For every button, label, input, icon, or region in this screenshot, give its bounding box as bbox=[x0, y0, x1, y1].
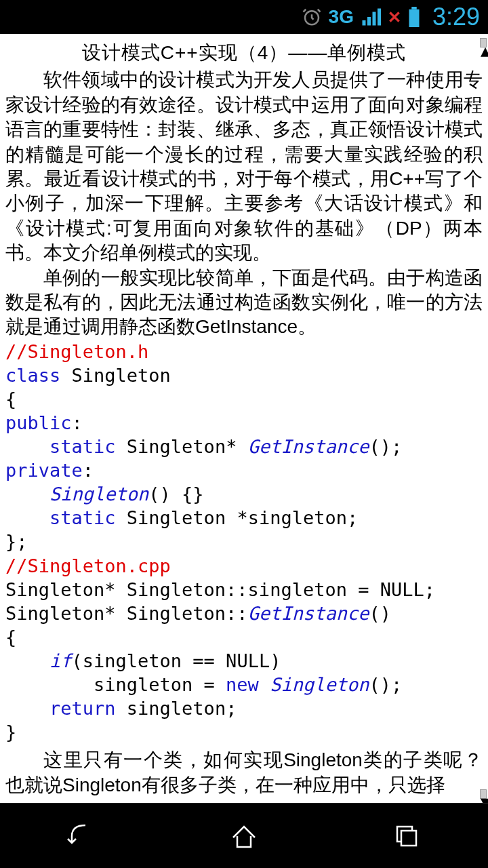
signal-icon bbox=[361, 7, 381, 27]
code-line: class Singleton bbox=[5, 363, 483, 387]
code-line: static Singleton *singleton; bbox=[5, 506, 483, 530]
alarm-icon bbox=[302, 7, 322, 27]
code-line: static Singleton* GetInstance(); bbox=[5, 435, 483, 458]
code-line: //Singleton.cpp bbox=[5, 554, 483, 578]
code-line: Singleton* Singleton::GetInstance() bbox=[5, 601, 483, 625]
code-line: //Singleton.h bbox=[5, 340, 483, 363]
code-line: public: bbox=[5, 411, 483, 435]
scrollbar-up-icon[interactable]: ▴ bbox=[480, 38, 487, 47]
back-button[interactable] bbox=[61, 816, 102, 856]
clock-time: 3:29 bbox=[432, 3, 480, 31]
recent-apps-button[interactable] bbox=[386, 816, 427, 856]
svg-rect-4 bbox=[401, 831, 416, 846]
article-content[interactable]: ▴ ▾ 设计模式C++实现（4）——单例模式 软件领域中的设计模式为开发人员提供… bbox=[0, 34, 488, 803]
battery-icon bbox=[408, 7, 420, 27]
paragraph-2: 单例的一般实现比较简单，下面是代码。由于构造函数是私有的，因此无法通过构造函数实… bbox=[5, 266, 483, 340]
code-line: Singleton* Singleton::singleton = NULL; bbox=[5, 578, 483, 601]
code-line: if(singleton == NULL) bbox=[5, 649, 483, 673]
code-line: } bbox=[5, 720, 483, 744]
article-title: 设计模式C++实现（4）——单例模式 bbox=[5, 41, 483, 65]
scrollbar-down-icon[interactable]: ▾ bbox=[480, 789, 487, 799]
status-bar: 3G 3:29 bbox=[0, 0, 488, 34]
network-3g-label: 3G bbox=[329, 6, 354, 28]
home-button[interactable] bbox=[224, 816, 264, 856]
code-line: singleton = new Singleton(); bbox=[5, 673, 483, 696]
svg-rect-2 bbox=[411, 7, 417, 9]
paragraph-3: 这里只有一个类，如何实现Singleton类的子类呢？也就说Singleton有… bbox=[5, 748, 483, 797]
code-line: { bbox=[5, 625, 483, 649]
svg-rect-1 bbox=[409, 9, 419, 27]
paragraph-1: 软件领域中的设计模式为开发人员提供了一种使用专家设计经验的有效途径。设计模式中运… bbox=[5, 68, 483, 265]
code-line: }; bbox=[5, 530, 483, 553]
x-icon bbox=[388, 10, 401, 24]
code-line: Singleton() {} bbox=[5, 482, 483, 506]
code-line: { bbox=[5, 387, 483, 411]
code-line: return singleton; bbox=[5, 696, 483, 720]
navigation-bar bbox=[0, 803, 488, 868]
code-line: private: bbox=[5, 458, 483, 482]
